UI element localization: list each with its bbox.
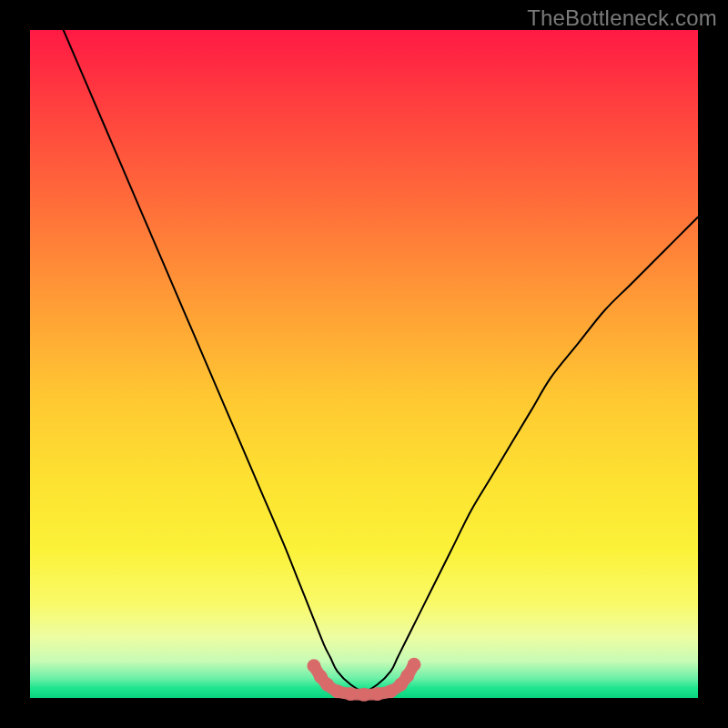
watermark-text: TheBottleneck.com <box>527 5 717 31</box>
chart-markers <box>307 658 420 702</box>
svg-point-5 <box>358 688 371 702</box>
chart-overlay <box>0 0 728 728</box>
chart-frame: TheBottleneck.com <box>0 0 728 728</box>
svg-point-4 <box>344 687 358 701</box>
chart-curve <box>64 30 698 692</box>
svg-point-9 <box>400 669 414 682</box>
svg-point-3 <box>330 684 344 698</box>
svg-point-10 <box>408 658 421 672</box>
svg-point-6 <box>370 687 384 701</box>
